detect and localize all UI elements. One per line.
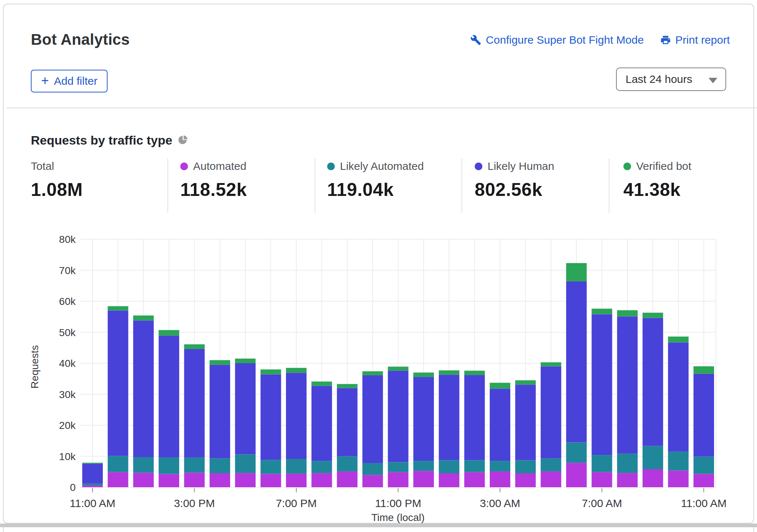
likely-human-legend-dot: [475, 163, 482, 170]
card-gap-band: [0, 524, 757, 527]
stat-value: 802.56k: [475, 179, 554, 200]
page-title: Bot Analytics: [31, 31, 130, 48]
print-report-link[interactable]: Print report: [660, 34, 730, 46]
stat-likely-human: Likely Human 802.56k: [475, 160, 554, 200]
configure-super-bot-fight-mode-link[interactable]: Configure Super Bot Fight Mode: [470, 34, 644, 46]
stat-divider: [167, 158, 168, 213]
header-divider: [7, 108, 757, 108]
printer-icon: [660, 34, 671, 45]
stat-label: Likely Automated: [340, 160, 424, 172]
stat-label: Verified bot: [636, 160, 691, 172]
stat-total: Total 1.08M: [31, 160, 83, 200]
section-heading-label: Requests by traffic type: [31, 133, 172, 147]
time-range-value: Last 24 hours: [626, 73, 692, 85]
stat-value: 41.38k: [623, 179, 691, 200]
chevron-down-icon: [709, 78, 717, 83]
automated-legend-dot: [180, 163, 188, 170]
stat-automated: Automated 118.52k: [180, 160, 247, 200]
verified-bot-legend-dot: [623, 163, 631, 170]
stat-value: 119.04k: [327, 179, 424, 200]
next-card-edge: [3, 527, 754, 532]
likely-automated-legend-dot: [327, 163, 335, 170]
page: Bot Analytics Configure Super Bot Fight …: [0, 0, 757, 532]
stat-value: 118.52k: [180, 179, 247, 200]
stat-label: Total: [31, 160, 54, 172]
add-filter-button[interactable]: + Add filter: [31, 70, 108, 92]
configure-link-label: Configure Super Bot Fight Mode: [486, 34, 644, 46]
print-link-label: Print report: [675, 34, 730, 46]
stat-value: 1.08M: [31, 179, 83, 200]
stat-divider: [315, 158, 315, 213]
bot-analytics-card: Bot Analytics Configure Super Bot Fight …: [3, 4, 754, 524]
plus-icon: +: [41, 74, 49, 87]
stat-label: Automated: [193, 160, 246, 172]
header-actions: Configure Super Bot Fight Mode Print rep…: [470, 34, 730, 46]
stat-divider: [609, 158, 609, 213]
stat-verified-bot: Verified bot 41.38k: [623, 160, 691, 200]
section-heading: Requests by traffic type: [31, 133, 188, 148]
stat-label: Likely Human: [488, 160, 554, 172]
wrench-icon: [470, 34, 481, 45]
time-range-select[interactable]: Last 24 hours: [616, 68, 726, 91]
add-filter-label: Add filter: [54, 75, 97, 87]
stat-likely-automated: Likely Automated 119.04k: [327, 160, 424, 200]
pie-chart-icon: [178, 134, 188, 148]
stat-divider: [461, 158, 462, 213]
